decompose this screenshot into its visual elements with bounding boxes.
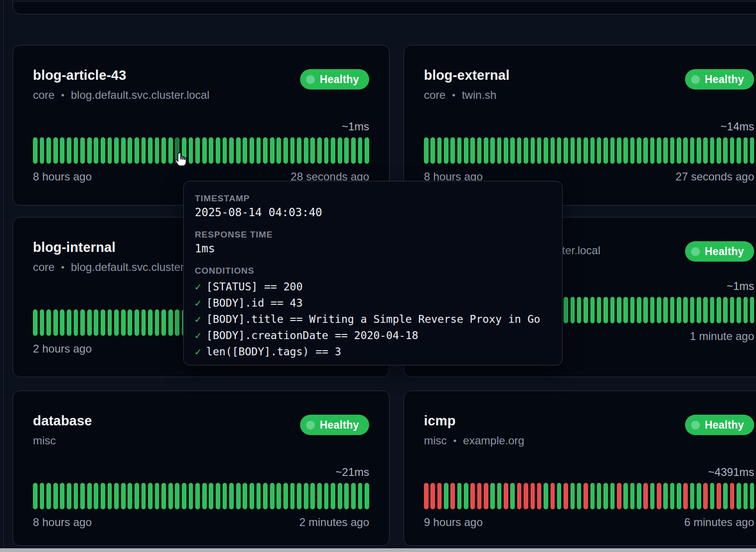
uptime-bar[interactable] xyxy=(490,137,495,164)
uptime-bar[interactable] xyxy=(365,483,369,509)
uptime-bar[interactable] xyxy=(637,297,641,323)
uptime-bar[interactable] xyxy=(570,137,575,164)
uptime-bars[interactable] xyxy=(33,483,369,509)
uptime-bar[interactable] xyxy=(437,137,442,164)
uptime-bar[interactable] xyxy=(33,137,38,164)
uptime-bar[interactable] xyxy=(324,483,329,509)
uptime-bar[interactable] xyxy=(263,483,268,509)
uptime-bar[interactable] xyxy=(331,483,335,509)
uptime-bar[interactable] xyxy=(202,137,207,164)
uptime-bar[interactable] xyxy=(276,483,281,509)
uptime-bar[interactable] xyxy=(430,483,435,509)
uptime-bar[interactable] xyxy=(531,483,535,509)
uptime-bar[interactable] xyxy=(317,483,322,509)
uptime-bar[interactable] xyxy=(583,297,588,323)
uptime-bar[interactable] xyxy=(108,483,112,509)
uptime-bar[interactable] xyxy=(683,137,688,164)
uptime-bar[interactable] xyxy=(46,137,51,164)
uptime-bar[interactable] xyxy=(750,137,755,164)
uptime-bar[interactable] xyxy=(358,483,363,509)
uptime-bar[interactable] xyxy=(743,483,748,509)
uptime-bar[interactable] xyxy=(87,309,92,336)
uptime-bars[interactable] xyxy=(424,137,754,164)
uptime-bar[interactable] xyxy=(424,137,429,164)
uptime-bar[interactable] xyxy=(283,483,288,509)
uptime-bar[interactable] xyxy=(250,137,254,164)
service-card-database[interactable]: database misc • Healthy ~21ms 8 hours ag… xyxy=(13,391,390,546)
uptime-bar[interactable] xyxy=(74,137,78,164)
uptime-bar[interactable] xyxy=(40,309,45,336)
uptime-bar[interactable] xyxy=(484,483,488,509)
uptime-bar[interactable] xyxy=(737,483,741,509)
uptime-bar[interactable] xyxy=(630,297,635,323)
uptime-bar[interactable] xyxy=(74,309,78,336)
uptime-bar[interactable] xyxy=(87,483,92,509)
uptime-bar[interactable] xyxy=(697,483,701,509)
uptime-bar[interactable] xyxy=(677,137,681,164)
uptime-bar[interactable] xyxy=(229,137,234,164)
uptime-bar[interactable] xyxy=(470,483,475,509)
uptime-bar[interactable] xyxy=(531,137,535,164)
uptime-bar[interactable] xyxy=(60,137,64,164)
uptime-bar[interactable] xyxy=(683,483,688,509)
uptime-bar[interactable] xyxy=(175,309,179,336)
uptime-bar[interactable] xyxy=(236,483,241,509)
uptime-bar[interactable] xyxy=(80,309,85,336)
uptime-bar[interactable] xyxy=(730,137,735,164)
uptime-bar[interactable] xyxy=(730,483,735,509)
uptime-bar[interactable] xyxy=(504,137,508,164)
uptime-bar[interactable] xyxy=(643,137,648,164)
uptime-bar[interactable] xyxy=(297,483,301,509)
uptime-bar[interactable] xyxy=(135,483,139,509)
uptime-bar[interactable] xyxy=(114,137,119,164)
uptime-bar[interactable] xyxy=(310,483,315,509)
uptime-bar[interactable] xyxy=(623,483,628,509)
uptime-bar[interactable] xyxy=(304,483,308,509)
uptime-bar[interactable] xyxy=(141,309,146,336)
uptime-bar[interactable] xyxy=(195,483,200,509)
uptime-bar[interactable] xyxy=(524,483,528,509)
uptime-bar[interactable] xyxy=(544,483,548,509)
uptime-bar[interactable] xyxy=(577,137,582,164)
uptime-bar[interactable] xyxy=(161,137,166,164)
uptime-bar[interactable] xyxy=(623,137,628,164)
uptime-bar[interactable] xyxy=(324,137,329,164)
uptime-bar[interactable] xyxy=(121,137,126,164)
uptime-bar[interactable] xyxy=(310,137,315,164)
uptime-bar[interactable] xyxy=(710,137,715,164)
uptime-bar[interactable] xyxy=(135,137,139,164)
uptime-bar[interactable] xyxy=(331,137,335,164)
uptime-bar[interactable] xyxy=(67,309,71,336)
uptime-bar[interactable] xyxy=(590,137,595,164)
uptime-bar[interactable] xyxy=(477,137,482,164)
uptime-bar[interactable] xyxy=(365,137,369,164)
uptime-bar[interactable] xyxy=(351,483,356,509)
uptime-bar[interactable] xyxy=(46,309,51,336)
uptime-bar[interactable] xyxy=(148,137,153,164)
uptime-bar[interactable] xyxy=(623,297,628,323)
uptime-bar[interactable] xyxy=(551,137,555,164)
service-card-icmp[interactable]: icmp misc • example.org Healthy ~4391ms … xyxy=(404,391,756,546)
uptime-bar[interactable] xyxy=(723,297,728,323)
uptime-bar[interactable] xyxy=(610,483,615,509)
uptime-bar[interactable] xyxy=(155,483,160,509)
uptime-bar[interactable] xyxy=(657,483,661,509)
uptime-bar[interactable] xyxy=(155,309,160,336)
uptime-bar[interactable] xyxy=(617,137,621,164)
uptime-bar[interactable] xyxy=(603,137,608,164)
uptime-bar[interactable] xyxy=(710,297,715,323)
uptime-bar[interactable] xyxy=(577,483,582,509)
uptime-bar[interactable] xyxy=(597,483,602,509)
uptime-bar[interactable] xyxy=(450,483,455,509)
uptime-bar[interactable] xyxy=(283,137,288,164)
uptime-bar[interactable] xyxy=(304,137,308,164)
uptime-bar[interactable] xyxy=(135,309,139,336)
uptime-bar[interactable] xyxy=(564,483,568,509)
uptime-bar[interactable] xyxy=(750,297,755,323)
uptime-bar[interactable] xyxy=(236,137,241,164)
uptime-bar[interactable] xyxy=(637,483,641,509)
uptime-bar[interactable] xyxy=(557,483,562,509)
uptime-bar[interactable] xyxy=(670,297,675,323)
uptime-bar[interactable] xyxy=(637,137,641,164)
uptime-bar[interactable] xyxy=(101,309,105,336)
